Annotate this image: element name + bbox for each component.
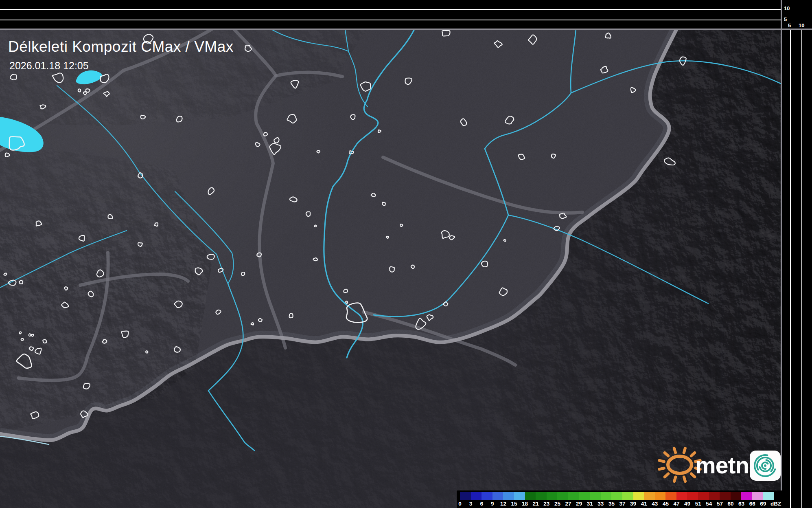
dbz-tick-label: 9 [491, 501, 494, 507]
dbz-color-segment [741, 492, 752, 500]
dbz-color-segment [622, 492, 633, 500]
dbz-color-segment [644, 492, 655, 500]
dbz-tick-label: 51 [695, 501, 701, 507]
sun-ray [665, 474, 668, 477]
dbz-color-segment [482, 492, 492, 500]
dbz-color-segment [763, 492, 774, 500]
dbz-tick-label: 35 [608, 501, 615, 507]
dbz-tick-label: 37 [619, 501, 625, 507]
dbz-color-segment [633, 492, 644, 500]
dbz-tick-label: 12 [500, 501, 506, 507]
dbz-tick-label: 29 [576, 501, 582, 507]
dbz-tick-label: 47 [673, 501, 679, 507]
dbz-color-segment [611, 492, 622, 500]
dbz-tick-label: 33 [598, 501, 604, 507]
dbz-color-segment [557, 492, 568, 500]
dbz-tick-label: 18 [522, 501, 528, 507]
dbz-tick-label: 49 [684, 501, 690, 507]
dbz-color-segment [731, 492, 742, 500]
dbz-tick-label: 27 [565, 501, 571, 507]
right-axis-gridline-10km [801, 30, 802, 508]
dbz-color-segment [503, 492, 514, 500]
dbz-tick-label: 31 [587, 501, 593, 507]
dbz-tick-label: 45 [663, 501, 669, 507]
radar-map[interactable] [0, 0, 812, 508]
sun-ray [674, 448, 675, 453]
dbz-tick-label: 41 [641, 501, 647, 507]
dbz-color-segment [709, 492, 720, 500]
dbz-color-segment [492, 492, 503, 500]
dbz-tick-label: 15 [511, 501, 517, 507]
sun-ray [691, 453, 694, 456]
dbz-color-segment [536, 492, 547, 500]
dbz-color-segment [687, 492, 698, 500]
dbz-tick-label: 3 [469, 501, 473, 507]
dbz-color-segment [514, 492, 525, 500]
dbz-color-segment [471, 492, 482, 500]
sun-ray [691, 474, 695, 477]
dbz-tick-label: 60 [727, 501, 733, 507]
dbz-color-segment [460, 492, 471, 500]
dbz-tick-label: 66 [749, 501, 755, 507]
top-axis-gridline-5km [0, 20, 781, 20]
spiral-center-dot [764, 464, 766, 467]
sun-ray [659, 468, 664, 469]
top-axis-gridline-10km [0, 9, 781, 10]
dbz-color-segment [590, 492, 601, 500]
map-grain-texture [0, 29, 781, 508]
dbz-color-segment [676, 492, 687, 500]
dbz-color-segment [665, 492, 676, 500]
dbz-tick-label: 6 [480, 501, 483, 507]
dbz-color-segment [579, 492, 590, 500]
dbz-tick-label: 54 [706, 501, 712, 507]
horizontal-axis-tick-5: 5 [788, 23, 791, 28]
right-axis-gridline-5km [790, 30, 791, 508]
sun-ray [674, 477, 676, 482]
top-profile-panel [0, 0, 812, 29]
dbz-color-segment [547, 492, 558, 500]
dbz-tick-label: 63 [738, 501, 744, 507]
dbz-color-segment [720, 492, 731, 500]
vertical-axis-tick-10: 10 [784, 6, 790, 11]
dbz-color-segment [601, 492, 612, 500]
sun-ray [659, 460, 664, 462]
horizontal-axis-tick-10: 10 [799, 23, 804, 28]
app-badge[interactable] [750, 451, 781, 481]
page-title: Délkeleti Kompozit CMax / VMax [8, 38, 234, 55]
dbz-tick-label: 23 [543, 501, 549, 507]
panel-divider-horizontal [0, 29, 812, 30]
dbz-tick-label: 69 [760, 501, 766, 507]
timestamp: 2026.01.18 12:05 [9, 60, 89, 72]
dbz-color-segment [525, 492, 536, 500]
dbz-color-segment [655, 492, 666, 500]
dbz-color-segment [698, 492, 709, 500]
dbz-colorscale [460, 492, 774, 500]
sun-icon [659, 448, 700, 481]
dbz-tick-label: 43 [652, 501, 658, 507]
metnet-logo: metnet [649, 439, 785, 485]
sun-ray [684, 477, 685, 482]
radar-composite-screen: 10 5 5 10 Délkeleti Kompozit CMax / VMax… [0, 0, 812, 508]
panel-divider-vertical [781, 0, 782, 508]
vertical-axis-tick-5: 5 [784, 17, 787, 22]
dbz-tick-label: 0 [458, 501, 462, 507]
dbz-unit-label: dBZ [770, 501, 781, 507]
dbz-color-segment [568, 492, 579, 500]
dbz-tick-label: 39 [630, 501, 636, 507]
dbz-tick-label: 25 [554, 501, 560, 507]
dbz-tick-label: 57 [717, 501, 723, 507]
sun-ray [665, 453, 668, 456]
dbz-tick-label: 21 [533, 501, 539, 507]
right-profile-panel [782, 0, 812, 508]
sun-ray [684, 448, 685, 453]
dbz-color-segment [752, 492, 763, 500]
